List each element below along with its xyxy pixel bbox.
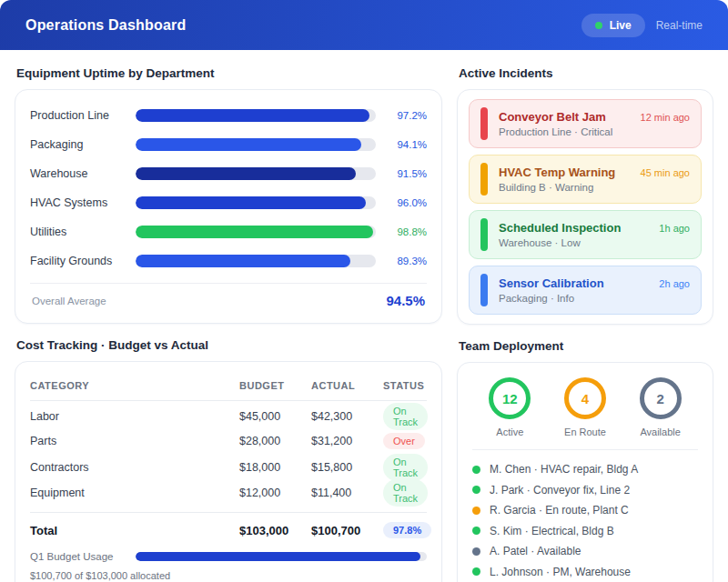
status-badge: On Track [383,479,428,507]
cost-actual: $11,400 [311,487,383,499]
uptime-row: Production Line 97.2% [30,101,427,130]
member-status-dot [472,507,480,515]
cost-actual: $31,200 [311,435,383,447]
team-divider [472,449,698,450]
member-text: J. Park · Conveyor fix, Line 2 [490,484,630,497]
uptime-bar-track [136,138,376,151]
incident-severity-bar [480,107,488,140]
live-badge[interactable]: Live [581,14,645,37]
member-status-dot [472,466,480,474]
uptime-percent: 97.2% [387,110,427,121]
incident-time: 2h ago [659,278,690,289]
uptime-row: Utilities 98.8% [30,217,427,246]
uptime-row: Packaging 94.1% [30,130,427,159]
incident-severity-bar [480,274,488,306]
team-stat-value: 4 [581,391,589,406]
uptime-bar-fill [136,109,369,122]
cost-category: Contractors [30,461,239,474]
uptime-dept-label: Packaging [30,138,136,151]
uptime-dept-label: Production Line [30,109,136,122]
uptime-percent: 96.0% [387,197,427,208]
team-member-row: M. Chen · HVAC repair, Bldg A [472,459,698,480]
member-text: L. Johnson · PM, Warehouse [490,566,631,578]
member-status-dot [472,527,480,535]
uptime-bar-track [136,109,376,122]
status-badge: On Track [383,454,428,481]
team-stat-label: Active [496,426,523,437]
team-stat-ring: 2 [640,377,682,419]
incident-meta: Warehouse · Low [499,237,690,248]
app-header: Operations Dashboard Live Real-time [0,0,728,50]
incident-body: HVAC Temp Warning 45 min ago Building B … [499,166,690,193]
uptime-bar-track [136,255,376,267]
member-text: R. Garcia · En route, Plant C [490,504,629,517]
uptime-dept-label: Facility Grounds [30,255,136,267]
cost-table-header: CATEGORY BUDGET ACTUAL STATUS [30,375,427,396]
incident-title: Conveyor Belt Jam [499,110,606,124]
incident-body: Sensor Calibration 2h ago Packaging · In… [499,276,690,304]
uptime-bar-track [136,226,376,238]
incident-severity-bar [480,163,488,196]
incident-time: 1h ago [659,223,690,234]
live-dot-icon [595,22,602,29]
incident-card[interactable]: Conveyor Belt Jam 12 min ago Production … [469,99,702,148]
cost-category: Parts [30,435,239,447]
status-badge: On Track [383,403,428,430]
cost-total-divider [30,512,427,513]
incident-meta: Building B · Warning [499,182,690,193]
uptime-section: Equipment Uptime by Department Productio… [15,66,442,324]
cost-actual: $15,800 [311,461,383,474]
uptime-bar-fill [136,196,366,209]
cost-status-cell: Over [383,433,427,449]
team-member-list: M. Chen · HVAC repair, Bldg A J. Park · … [472,459,698,582]
uptime-percent: 89.3% [387,256,427,266]
col-header-budget: BUDGET [239,380,311,391]
uptime-row: HVAC Systems 96.0% [30,188,427,217]
incidents-section-title: Active Incidents [459,66,713,80]
cost-budget: $12,000 [239,487,311,499]
status-badge: Over [383,433,425,449]
live-label: Live [610,19,632,32]
incident-time: 45 min ago [641,167,690,178]
uptime-row: Warehouse 91.5% [30,159,427,188]
uptime-bar-track [136,167,376,180]
cost-row: Equipment $12,000 $11,400 On Track [30,479,427,505]
team-stat-label: Available [640,426,680,437]
header-status-area: Live Real-time [581,14,703,37]
budget-usage-track [136,552,427,561]
uptime-bar-track [136,196,376,209]
cost-row: Contractors $18,000 $15,800 On Track [30,454,427,479]
team-stat-value: 12 [502,391,518,406]
incident-severity-bar [480,218,488,251]
cost-row: Labor $45,000 $42,300 On Track [30,403,427,428]
cost-row: Parts $28,000 $31,200 Over [30,428,427,454]
incident-card[interactable]: HVAC Temp Warning 45 min ago Building B … [469,155,702,204]
uptime-bar-fill [136,255,350,267]
incident-title: HVAC Temp Warning [499,166,615,179]
incident-body: Scheduled Inspection 1h ago Warehouse · … [499,221,690,248]
col-header-category: CATEGORY [30,380,239,391]
member-status-dot [472,547,480,556]
budget-usage-label: Q1 Budget Usage [30,551,136,562]
incident-meta: Packaging · Info [499,293,690,304]
uptime-bar-fill [136,226,373,238]
team-stat: 4 En Route [564,377,606,437]
team-section: Team Deployment 12 Active 4 En Route 2 A… [457,339,713,582]
member-text: M. Chen · HVAC repair, Bldg A [490,463,638,476]
realtime-label: Real-time [656,19,703,32]
uptime-bar-list: Production Line 97.2% Packaging 94.1% [30,101,427,276]
incident-card[interactable]: Scheduled Inspection 1h ago Warehouse · … [469,210,702,259]
uptime-dept-label: Utilities [30,226,136,238]
cost-budget: $28,000 [239,435,311,447]
uptime-panel: Production Line 97.2% Packaging 94.1% [15,89,442,324]
team-stat-label: En Route [564,426,606,437]
incident-time: 12 min ago [641,112,690,123]
incident-card[interactable]: Sensor Calibration 2h ago Packaging · In… [469,266,702,315]
team-stat-ring: 4 [564,377,606,419]
incident-title: Sensor Calibration [499,276,604,290]
incident-meta: Production Line · Critical [499,126,690,137]
cost-section: Cost Tracking · Budget vs Actual CATEGOR… [15,338,442,582]
team-panel: 12 Active 4 En Route 2 Available [457,362,713,582]
cost-actual: $42,300 [311,410,383,423]
uptime-percent: 91.5% [387,168,427,179]
